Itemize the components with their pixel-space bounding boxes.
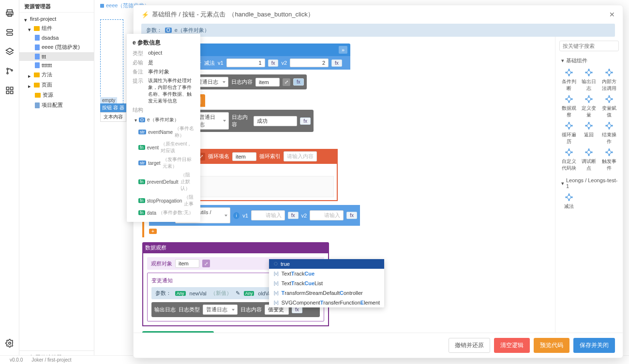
tool-item[interactable]: 调试断点 <box>580 148 599 172</box>
svg-point-53 <box>585 99 586 100</box>
struct-item[interactable]: fndata（事件参数:无） <box>133 208 195 217</box>
fx-button[interactable]: fx <box>288 212 299 219</box>
preview-button[interactable]: 预览代码 <box>534 338 569 353</box>
canvas-node[interactable]: empty 按钮 容 器 文本内容 <box>100 97 126 122</box>
database-icon[interactable] <box>5 28 14 37</box>
expand-button[interactable]: ⤢ <box>202 260 210 267</box>
layers-icon[interactable] <box>5 47 14 56</box>
tool-item[interactable]: 返回 <box>580 121 599 145</box>
tool-item[interactable]: 触发事件 <box>599 148 619 172</box>
struct-item[interactable]: streventName（事件名称） <box>133 124 195 140</box>
close-button[interactable]: ✕ <box>609 11 615 18</box>
loop-index-input[interactable]: 请输入内容 <box>284 151 317 161</box>
chevron-right-icon: ▸ <box>28 73 32 77</box>
tool-item[interactable]: 变量赋值 <box>599 95 619 118</box>
struct-item[interactable]: fnevent（原生event，对应该 <box>133 140 195 155</box>
log-content-input[interactable]: 成功 <box>254 116 297 126</box>
apps-icon[interactable] <box>5 86 14 95</box>
log-type-select[interactable]: 普通日志 <box>203 305 238 315</box>
struct-item[interactable]: fnstopPropagation（阻止事 <box>133 193 195 208</box>
tree-item-selected[interactable]: ttt <box>19 52 94 61</box>
edit-icon[interactable]: ✎ <box>236 290 240 296</box>
svg-point-7 <box>7 73 8 74</box>
tool-item[interactable]: 条件判断 <box>559 68 579 92</box>
fx-button[interactable]: fx <box>331 59 342 67</box>
svg-point-52 <box>588 102 589 102</box>
file-icon <box>100 4 104 8</box>
autocomplete-item[interactable]: [ν]TextTrackCueList <box>269 278 384 288</box>
search-input[interactable] <box>559 41 619 51</box>
v1-input[interactable]: 1 <box>226 58 265 67</box>
tool-item[interactable]: 定义变量 <box>580 95 599 118</box>
svg-point-122 <box>567 195 571 199</box>
section-title[interactable]: ▾基础组件 <box>561 57 619 64</box>
tree-project[interactable]: ▾first-project <box>19 15 94 23</box>
svg-point-59 <box>607 97 611 101</box>
printer-icon[interactable] <box>5 9 14 17</box>
expand-button[interactable]: ⤢ <box>283 78 290 86</box>
settings-icon[interactable] <box>5 339 14 348</box>
section-title[interactable]: ▾Leongs / Leongs-test-1 <box>561 177 619 189</box>
svg-point-89 <box>606 125 607 126</box>
folder-icon <box>35 93 41 98</box>
tool-icon <box>565 193 573 202</box>
fx-button[interactable]: fx <box>293 78 304 86</box>
fx-button[interactable]: fx <box>268 59 279 67</box>
autocomplete-item[interactable]: [ν]TextTrackCue <box>269 269 384 278</box>
struct-item[interactable]: fnpreventDefault（阻止默认） <box>133 171 195 193</box>
tool-item[interactable]: 输出日志 <box>580 68 599 92</box>
branch-icon[interactable] <box>5 67 14 75</box>
struct-item[interactable]: strtarget（发事件目标元素） <box>133 155 195 171</box>
autocomplete-item[interactable]: [ν]TransformStreamDefaultController <box>269 288 384 298</box>
undo-button[interactable]: 撤销并还原 <box>449 338 490 353</box>
svg-rect-12 <box>10 91 13 94</box>
tree-item[interactable]: ttttttt <box>19 61 94 70</box>
v2-input[interactable]: 请输入 <box>310 210 344 220</box>
fx-button[interactable]: fx <box>300 117 311 125</box>
log-type-select[interactable]: 普通日志 <box>196 112 229 130</box>
tool-item[interactable]: 减法 <box>559 193 579 210</box>
watch-target-input[interactable]: item <box>175 259 199 268</box>
svg-point-88 <box>609 128 610 129</box>
clear-button[interactable]: 清空逻辑 <box>494 338 530 353</box>
save-button[interactable]: 保存并关闭 <box>573 338 615 353</box>
svg-point-51 <box>588 96 589 97</box>
tree-item[interactable]: eeee (范德萨发) <box>19 42 94 52</box>
tool-item[interactable]: 自定义代码块 <box>559 148 579 172</box>
breadcrumb-path: Joker / first-project <box>31 357 71 363</box>
fx-button[interactable]: fx <box>346 212 357 219</box>
svg-point-98 <box>566 152 567 153</box>
file-icon <box>35 35 40 41</box>
svg-point-14 <box>567 71 571 74</box>
autocomplete-item[interactable]: [ν]SVGComponentTransferFunctionElement <box>269 298 384 307</box>
panel-title: 资源管理器 <box>19 0 94 13</box>
svg-point-15 <box>569 69 569 70</box>
tool-item[interactable]: 循环遍历 <box>559 121 579 145</box>
struct-root[interactable]: ▾Oe（事件对象） <box>133 116 195 124</box>
object-badge: O <box>165 28 172 33</box>
v2-input[interactable]: 2 <box>290 58 329 67</box>
folder-icon <box>34 73 40 77</box>
tree-pages[interactable]: ▸页面 <box>19 80 94 90</box>
v1-input[interactable]: 请输入 <box>251 210 285 220</box>
log-content-input[interactable]: item <box>255 78 280 87</box>
svg-point-125 <box>566 197 567 198</box>
tree-config[interactable]: 项目配置 <box>19 100 94 110</box>
loop-item-input[interactable]: item <box>232 152 256 161</box>
tool-item[interactable]: 结束操作 <box>599 121 619 145</box>
tool-item[interactable]: 数据观察 <box>559 95 579 118</box>
tree-methods[interactable]: ▸方法 <box>19 70 94 80</box>
tree-components[interactable]: ▾组件 <box>19 23 94 33</box>
node-text: 文本内容 <box>100 112 126 122</box>
collapse-button[interactable]: » <box>339 46 347 54</box>
tree-item[interactable]: dsadsa <box>19 33 94 42</box>
svg-point-34 <box>609 75 610 76</box>
tool-icon <box>565 68 573 77</box>
autocomplete-item[interactable]: ⎔true <box>269 259 384 269</box>
tool-item[interactable]: 内部方法调用 <box>599 68 619 92</box>
tree-resources[interactable]: 资源 <box>19 90 94 100</box>
folder-icon <box>34 83 40 87</box>
add-branch-button[interactable]: + <box>149 229 157 234</box>
info-icon[interactable]: i <box>233 212 240 219</box>
tool-icon <box>605 95 614 103</box>
